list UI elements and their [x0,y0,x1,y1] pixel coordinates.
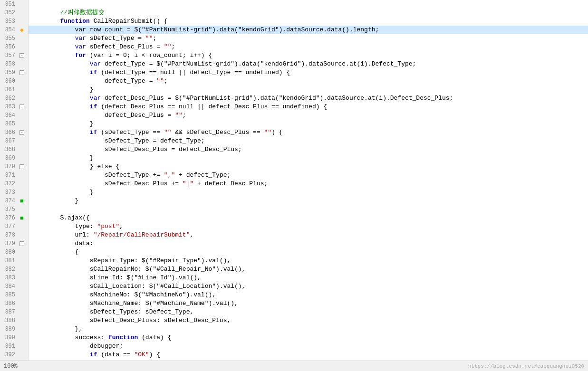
code-text: if (defect_Type == null || defect_Type =… [29,68,588,77]
gutter-row: 373 [0,188,28,197]
fold-marker[interactable]: - [19,105,24,109]
code-line: data: [29,239,588,248]
code-text: sCall_Location: $("#Call_Location").val(… [29,282,588,291]
green-marker: ■ [20,215,24,222]
line-number: 361 [0,86,18,94]
active-marker: ◆ [20,26,24,34]
line-marker [18,333,26,342]
line-marker [18,94,26,103]
line-number: 376 [0,214,18,222]
line-number: 390 [0,333,18,342]
line-number: 389 [0,325,18,333]
gutter-row: 357- [0,51,28,60]
code-text: sDefect_Desc_Pluss: sDefect_Desc_Plus, [29,316,588,325]
line-marker [18,351,26,359]
line-number: 354 [0,26,18,34]
line-number: 382 [0,265,18,274]
line-marker [18,359,26,361]
fold-marker[interactable]: - [19,53,24,58]
code-text: sMachine_Name: $("#Machine_Name").val(), [29,299,588,308]
fold-marker[interactable]: - [19,130,24,135]
code-text: for (var i = 0; i < row_count; i++) { [29,51,588,60]
gutter-row: 382 [0,265,28,274]
code-line: } [29,120,588,128]
code-line: defect_Type = ""; [29,77,588,86]
line-number: 359 [0,68,18,77]
gutter-row: 383 [0,274,28,282]
line-marker [18,308,26,316]
gutter-row: 362 [0,94,28,103]
line-number: 365 [0,120,18,128]
code-line: sRepair_Type: $("#Repair_Type").val(), [29,257,588,265]
gutter-row: 384 [0,282,28,291]
code-line: var defect_Type = $("#PartNumList-grid")… [29,60,588,68]
line-marker [18,316,26,325]
fold-marker[interactable]: - [19,164,24,169]
code-line: function CallRepairSubmit() { [29,17,588,26]
line-marker [18,171,26,180]
code-area: 351352353354◆355356357-358359-3603613623… [0,0,588,361]
line-marker: - [18,103,26,111]
code-text: var row_count = $("#PartNumList-grid").d… [29,26,588,34]
line-marker [18,145,26,154]
gutter-row: 366- [0,128,28,137]
gutter-row: 361 [0,86,28,94]
gutter-row: 389 [0,325,28,333]
line-marker [18,154,26,162]
code-text: success: function (data) { [29,333,588,342]
gutter-row: 356 [0,43,28,51]
line-number: 391 [0,342,18,351]
line-marker: - [18,162,26,171]
line-number: 351 [0,0,18,9]
line-number: 366 [0,128,18,137]
code-text: } [29,188,588,197]
gutter-row: 388 [0,316,28,325]
gutter-row: 381 [0,257,28,265]
line-number: 392 [0,351,18,359]
gutter-row: 376■ [0,214,28,222]
line-marker: ■ [18,197,26,205]
gutter-row: 355 [0,34,28,43]
line-marker: ■ [18,214,26,222]
gutter-row: 390 [0,333,28,342]
line-marker [18,137,26,145]
code-line: window.location.href = "@Url.Action(\"In… [29,359,588,361]
code-line: sDefect_Types: sDefect_Type, [29,308,588,316]
line-number: 374 [0,197,18,205]
code-line [29,0,588,9]
line-number: 383 [0,274,18,282]
code-line: var row_count = $("#PartNumList-grid").d… [29,26,588,34]
line-number: 375 [0,205,18,214]
line-number: 352 [0,9,18,17]
fold-marker[interactable]: - [19,70,24,75]
gutter-row: 371 [0,171,28,180]
line-marker [18,60,26,68]
gutter-row: 375 [0,205,28,214]
code-text: data: [29,239,588,248]
line-marker: - [18,68,26,77]
gutter-row: 380 [0,248,28,257]
code-text: } [29,86,588,94]
line-number: 369 [0,154,18,162]
line-number: 364 [0,111,18,120]
gutter-row: 360 [0,77,28,86]
fold-marker[interactable]: - [19,241,24,246]
code-line: debugger; [29,342,588,351]
code-text: var sDefect_Type = ""; [29,34,588,43]
line-marker [18,77,26,86]
line-marker: - [18,239,26,248]
line-number: 362 [0,94,18,103]
gutter-row: 367 [0,137,28,145]
code-content[interactable]: //叫修数据提交 function CallRepairSubmit() { v… [29,0,588,361]
gutter-row: 353 [0,17,28,26]
code-line: if (defect_Desc_Plus == null || defect_D… [29,103,588,111]
code-line: $.ajax({ [29,214,588,222]
code-line: sCallRepairNo: $("#Call_Repair_No").val(… [29,265,588,274]
code-line: sDefect_Desc_Plus += "|" + defect_Desc_P… [29,180,588,188]
code-text: sDefect_Types: sDefect_Type, [29,308,588,316]
code-line: { [29,248,588,257]
statusbar: 100% https://blog.csdn.net/caoquanghui05… [0,361,588,371]
code-text [29,205,588,214]
line-number: 368 [0,145,18,154]
line-marker [18,188,26,197]
